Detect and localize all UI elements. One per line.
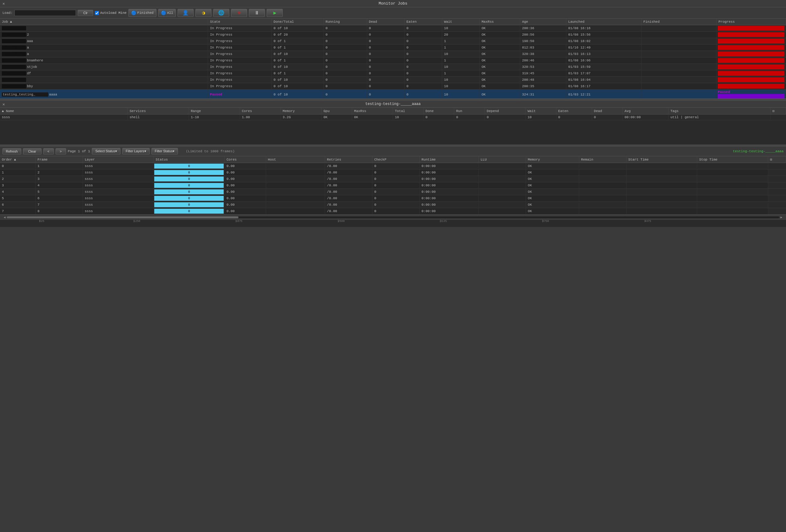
scrollbar-thumb[interactable] [7, 216, 238, 218]
autoload-checkbox-group: Autoload Mine [95, 11, 126, 15]
scroll-right-arrow[interactable]: ▶ [779, 216, 784, 219]
frame-col-header-checkp[interactable]: CheckP [372, 156, 419, 163]
frames-table-row[interactable]: 34ssss00.00/0.0000:00:00OK [0, 183, 786, 189]
jobs-table-row[interactable]: testing-tesbnamhereIn Progress0 of 10001… [0, 57, 786, 64]
layer-col-header-memory[interactable]: Memory [280, 108, 321, 115]
col-header-age[interactable]: Age [520, 19, 566, 25]
frame-col-header-extra: ⊡ [768, 156, 786, 163]
frames-scrollbar[interactable]: ◀ ▶ [0, 215, 786, 219]
frame-col-header-frame[interactable]: Frame [35, 156, 83, 163]
jobs-table-row[interactable]: testing-tesdfIn Progress0 of 10001OK319:… [0, 70, 786, 77]
finished-button[interactable]: 🔵 Finished [129, 9, 156, 17]
all-button[interactable]: 🔵 All [158, 9, 176, 17]
jobs-table-row[interactable]: testing-tesaaaIn Progress0 of 10001OK198… [0, 38, 786, 45]
frame-col-header-order[interactable]: Order ▲ [0, 156, 35, 163]
clr-button[interactable]: Clr [78, 10, 93, 16]
layer-col-header-avg[interactable]: Avg [623, 108, 668, 115]
col-header-job[interactable]: Job ▲ [0, 19, 208, 25]
jobs-table-row[interactable]: testing-tesaIn Progress0 of 1000010OK320… [0, 51, 786, 57]
frames-table-row[interactable]: 67ssss00.00/0.0000:00:00OK [0, 202, 786, 208]
bottom-panel: Refresh Clear < > Page 1 of 1 Select Sta… [0, 146, 786, 227]
top-close-button[interactable]: ✕ [2, 1, 5, 6]
scrollbar-track[interactable] [7, 216, 779, 218]
layer-col-header-services[interactable]: Services [128, 108, 189, 115]
frame-col-header-remain[interactable]: Remain [579, 156, 626, 163]
frame-col-header-memory[interactable]: Memory [526, 156, 579, 163]
col-header-state[interactable]: State [208, 19, 272, 25]
frames-table-row[interactable]: 45ssss00.00/0.0000:00:00OK [0, 189, 786, 195]
pause-button[interactable]: ⏸ [249, 9, 265, 17]
col-header-done[interactable]: Done/Total [272, 19, 324, 25]
layer-col-header-gpu[interactable]: Gpu [321, 108, 352, 115]
ruler-bar: 625125018752500312537504375 [0, 219, 786, 227]
next-button[interactable]: > [55, 148, 66, 154]
filter-status-button[interactable]: Filter Status▾ [152, 148, 178, 154]
layers-table: ▲ Name Services Range Cores Memory Gpu M… [0, 108, 786, 120]
col-header-finished[interactable]: Finished [641, 19, 716, 25]
layer-col-header-wait[interactable]: Wait [526, 108, 556, 115]
layer-col-header-tags[interactable]: Tags [668, 108, 770, 115]
layer-col-header-maxrss[interactable]: MaxRss [352, 108, 393, 115]
col-header-progress[interactable]: Progress [717, 19, 786, 25]
scroll-left-arrow[interactable]: ◀ [2, 216, 7, 219]
frames-table-row[interactable]: 56ssss00.00/0.0000:00:00OK [0, 195, 786, 202]
x-circle-button[interactable]: ⊗ [231, 9, 247, 17]
frames-table-row[interactable]: 78ssss00.00/0.0000:00:00OK [0, 208, 786, 215]
ruler-tick: 3125 [440, 220, 447, 223]
middle-title-bar: ✕ testing-testing-_____aaaa [0, 101, 786, 108]
pacman-button[interactable]: ◑ [195, 9, 211, 17]
layer-col-header-run[interactable]: Run [454, 108, 485, 115]
frame-col-header-stop[interactable]: Stop Time [697, 156, 768, 163]
jobs-table-row[interactable]: testing-tesstjobIn Progress0 of 1000010O… [0, 64, 786, 70]
jobs-table-row[interactable]: testing-tesIn Progress0 of 1000010OK200:… [0, 77, 786, 83]
col-header-dead[interactable]: Dead [367, 19, 404, 25]
frame-col-header-cores[interactable]: Cores [225, 156, 266, 163]
frames-table-row[interactable]: 12ssss00.00/0.0000:00:00OK [0, 169, 786, 176]
layer-col-header-done[interactable]: Done [423, 108, 454, 115]
play-icon: ▶ [274, 10, 277, 16]
middle-close-button[interactable]: ✕ [2, 102, 5, 107]
jobs-table-row[interactable]: testing-tesaIn Progress0 of 10001OK012:0… [0, 45, 786, 51]
clear-button[interactable]: Clear [23, 148, 42, 154]
globe-button[interactable]: 🌐 [213, 9, 229, 17]
frames-table-row[interactable]: 01ssss00.00/0.0000:00:00OK [0, 163, 786, 169]
col-header-running[interactable]: Running [324, 19, 367, 25]
frame-col-header-runtime[interactable]: Runtime [419, 156, 479, 163]
prev-button[interactable]: < [43, 148, 54, 154]
frame-col-header-retries[interactable]: Retries [325, 156, 372, 163]
layer-col-header-eaten[interactable]: Eaten [556, 108, 592, 115]
layer-col-header-range[interactable]: Range [189, 108, 240, 115]
autoload-checkbox[interactable] [95, 11, 99, 15]
jobs-table-row[interactable]: testing-tes2In Progress0 of 2000020OK200… [0, 32, 786, 38]
frames-table-row[interactable]: 23ssss00.00/0.0000:00:00OK [0, 176, 786, 183]
col-header-eaten[interactable]: Eaten [404, 19, 442, 25]
top-title-bar: ✕ Monitor Jobs [0, 0, 786, 7]
load-input[interactable] [15, 10, 76, 16]
layer-col-header-depend[interactable]: Depend [485, 108, 526, 115]
layers-table-body: ssssshell1-101.003.2G0K0K10000100000:00:… [0, 115, 786, 120]
col-header-maxrss[interactable]: MaxRss [480, 19, 520, 25]
jobs-table-row[interactable]: testing_testing______aaaaPaused0 of 1000… [0, 90, 786, 99]
col-header-launched[interactable]: Launched [566, 19, 641, 25]
layer-col-header-cores[interactable]: Cores [240, 108, 281, 115]
layer-col-header-total[interactable]: Total [393, 108, 424, 115]
load-label: Load: [2, 11, 13, 15]
frame-col-header-host[interactable]: Host [266, 156, 325, 163]
frame-col-header-start[interactable]: Start Time [626, 156, 697, 163]
play-button[interactable]: ▶ [267, 9, 283, 17]
col-header-wait[interactable]: Wait [442, 19, 480, 25]
layer-col-header-dead[interactable]: Dead [592, 108, 623, 115]
jobs-table-row[interactable]: testing-tesbbyIn Progress0 of 1000010OK2… [0, 83, 786, 90]
user-filter-button[interactable]: 👤 [178, 9, 193, 17]
filter-layers-button[interactable]: Filter Layers▾ [122, 148, 149, 154]
ruler-line [236, 220, 236, 222]
layers-table-row[interactable]: ssssshell1-101.003.2G0K0K10000100000:00:… [0, 115, 786, 120]
frame-col-header-status[interactable]: Status [154, 156, 225, 163]
frame-col-header-layer[interactable]: Layer [83, 156, 154, 163]
refresh-button[interactable]: Refresh [2, 148, 21, 154]
jobs-table-row[interactable]: testing-tesIn Progress0 of 1000010OK200:… [0, 25, 786, 32]
ruler-tick: 4375 [645, 220, 651, 223]
select-status-button[interactable]: Select Status▾ [92, 148, 120, 154]
layer-col-header-name[interactable]: ▲ Name [0, 108, 128, 115]
frame-col-header-llu[interactable]: LLU [479, 156, 526, 163]
